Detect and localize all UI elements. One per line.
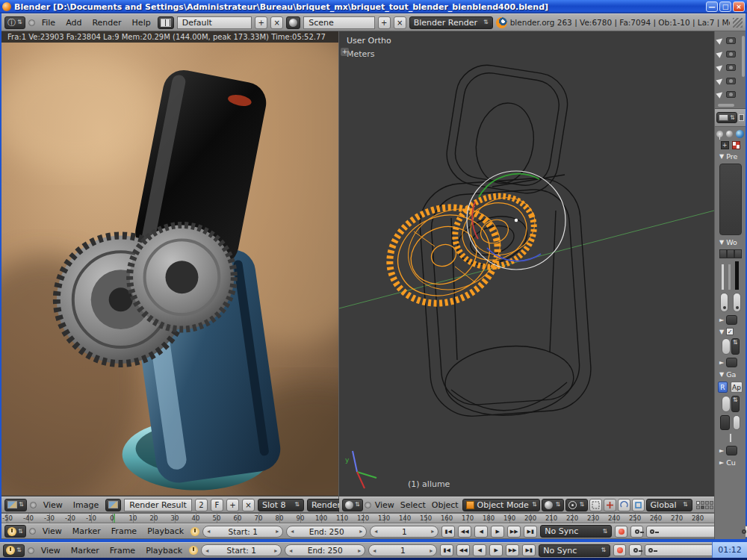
region-toggle-icon[interactable]: +: [341, 48, 349, 56]
decrement-icon[interactable]: ◂: [205, 547, 208, 554]
play-reverse-button[interactable]: ◀: [473, 544, 486, 556]
outliner-row[interactable]: [717, 34, 741, 47]
play-button[interactable]: ▶: [491, 526, 504, 538]
world-slider[interactable]: [733, 293, 741, 312]
auto-keyframe-button[interactable]: [613, 544, 626, 556]
dropdown-button[interactable]: [720, 415, 730, 430]
screen-layout-field[interactable]: Default: [177, 16, 252, 29]
world-tab-icon[interactable]: [736, 130, 744, 138]
preview-range-clock-icon[interactable]: [190, 527, 199, 536]
next-keyframe-button[interactable]: ▶▶: [506, 544, 519, 556]
menu-help[interactable]: Help: [128, 18, 155, 28]
translate-manipulator-button[interactable]: [604, 499, 616, 511]
world-slider[interactable]: [720, 293, 728, 312]
header-grip-icon[interactable]: [733, 18, 743, 28]
menu-add[interactable]: Add: [62, 18, 85, 28]
decrement-icon[interactable]: ◂: [289, 547, 292, 554]
layer-cell[interactable]: [710, 501, 713, 505]
menu-frame[interactable]: Frame: [108, 526, 140, 536]
pin-icon[interactable]: [716, 131, 723, 137]
frame-end-slider[interactable]: ◂ End: 250 ▸: [286, 526, 367, 538]
layer-cell[interactable]: [705, 505, 709, 509]
outliner-row[interactable]: [717, 74, 741, 87]
layer-cell[interactable]: [696, 505, 700, 509]
play-reverse-button[interactable]: ◀: [474, 526, 488, 538]
material-tab-icon[interactable]: [732, 141, 740, 149]
scene-tab-icon[interactable]: [726, 131, 733, 137]
world-color-bars[interactable]: [722, 261, 739, 290]
decrement-icon[interactable]: ◂: [207, 528, 210, 535]
collapsed-panel-header[interactable]: ►: [716, 358, 737, 367]
value-slider[interactable]: ⇅: [722, 338, 740, 355]
panel-custom-header[interactable]: ► Cu: [716, 458, 736, 467]
editor-type-timeline-button[interactable]: ⇅: [3, 544, 25, 557]
editor-type-info-button[interactable]: ⓘ ⇅: [4, 16, 25, 29]
decrement-icon[interactable]: ◂: [374, 528, 377, 535]
menu-select[interactable]: Select: [398, 500, 428, 510]
rotate-manipulator-button[interactable]: [618, 499, 630, 511]
editor-type-properties-button[interactable]: ⇅: [716, 112, 737, 123]
outliner[interactable]: [715, 31, 746, 109]
gather-raytrace-button[interactable]: R: [718, 382, 728, 393]
menu-frame[interactable]: Frame: [106, 546, 139, 556]
jump-to-start-button[interactable]: ▮◀: [440, 544, 453, 556]
orientation-select[interactable]: Global ⇅: [646, 499, 692, 511]
image-datablock-field[interactable]: Render Result: [124, 499, 192, 511]
menu-render[interactable]: Render: [88, 18, 125, 28]
layer-cell[interactable]: [696, 501, 700, 505]
increment-icon[interactable]: ▸: [276, 528, 279, 535]
editor-type-3dview-button[interactable]: ⇅: [342, 499, 363, 511]
fake-user-button[interactable]: F: [211, 499, 223, 511]
next-keyframe-button[interactable]: ▶▶: [507, 526, 521, 538]
menu-playback[interactable]: Playback: [143, 526, 187, 536]
auto-keyframe-button[interactable]: [615, 526, 627, 538]
editor-type-image-button[interactable]: ⇅: [4, 499, 27, 511]
menu-view[interactable]: View: [39, 526, 66, 536]
jump-to-start-button[interactable]: ▮◀: [441, 526, 455, 538]
stepper-button[interactable]: ⇅: [731, 338, 740, 355]
increment-icon[interactable]: ▸: [274, 547, 277, 554]
render-engine-select[interactable]: Blender Render ⇅: [409, 16, 493, 29]
menu-view[interactable]: View: [373, 500, 397, 510]
frame-end-slider[interactable]: ◂ End: 250 ▸: [285, 544, 365, 556]
menu-image[interactable]: Image: [69, 500, 102, 510]
minimize-button[interactable]: —: [706, 1, 718, 12]
play-button[interactable]: ▶: [489, 544, 503, 556]
scene-icon-button[interactable]: [286, 16, 300, 29]
timeline-ruler[interactable]: -50-40-30-20-100102030405060708090100110…: [1, 513, 714, 523]
window-titlebar[interactable]: Blender [D:\Documents and Settings\Admin…: [0, 0, 747, 13]
add-scene-button[interactable]: +: [378, 16, 391, 29]
menu-view[interactable]: View: [37, 546, 64, 556]
menu-file[interactable]: File: [38, 18, 59, 28]
current-frame-field[interactable]: ◂ 1 ▸: [368, 544, 437, 556]
menu-marker[interactable]: Marker: [69, 526, 105, 536]
preview-range-clock-icon[interactable]: [189, 546, 198, 555]
collapse-menus-icon[interactable]: [28, 19, 35, 26]
delete-scene-button[interactable]: ×: [394, 16, 406, 29]
prev-keyframe-button[interactable]: ◀◀: [456, 544, 470, 556]
increment-icon[interactable]: ▸: [358, 547, 361, 554]
users-count-button[interactable]: 2: [195, 499, 208, 511]
slider-pill[interactable]: [722, 396, 731, 412]
layer-cell[interactable]: [701, 501, 704, 505]
outliner-hscrollbar[interactable]: [718, 104, 734, 107]
menu-playback[interactable]: Playback: [142, 546, 186, 556]
gather-approximate-button[interactable]: Ap: [731, 382, 743, 393]
outliner-scrollbar[interactable]: [742, 36, 745, 77]
frame-start-slider[interactable]: ◂ Start: 1 ▸: [202, 526, 283, 538]
small-slider[interactable]: [729, 433, 732, 443]
jump-to-end-button[interactable]: ▶▮: [522, 544, 536, 556]
checkbox-icon[interactable]: ✓: [726, 328, 734, 335]
frame-start-slider[interactable]: ◂ Start: 1 ▸: [201, 544, 282, 556]
slot-select[interactable]: Slot 8 ⇅: [258, 499, 304, 511]
collapse-menus-icon[interactable]: [30, 502, 37, 508]
viewport-shading-select[interactable]: ⇅: [542, 499, 564, 511]
panel-gather-header[interactable]: ▼ Ga: [716, 370, 736, 379]
layer-cell[interactable]: [701, 505, 704, 509]
current-frame-field[interactable]: ◂ 1 ▸: [370, 526, 438, 538]
checkbox-panel-header[interactable]: ▼ ✓: [716, 328, 734, 335]
jump-to-end-button[interactable]: ▶▮: [524, 526, 537, 538]
world-toggle-buttons[interactable]: [719, 249, 742, 258]
collapse-menus-icon[interactable]: [365, 502, 371, 508]
ambient-color-swatch[interactable]: [735, 261, 739, 290]
